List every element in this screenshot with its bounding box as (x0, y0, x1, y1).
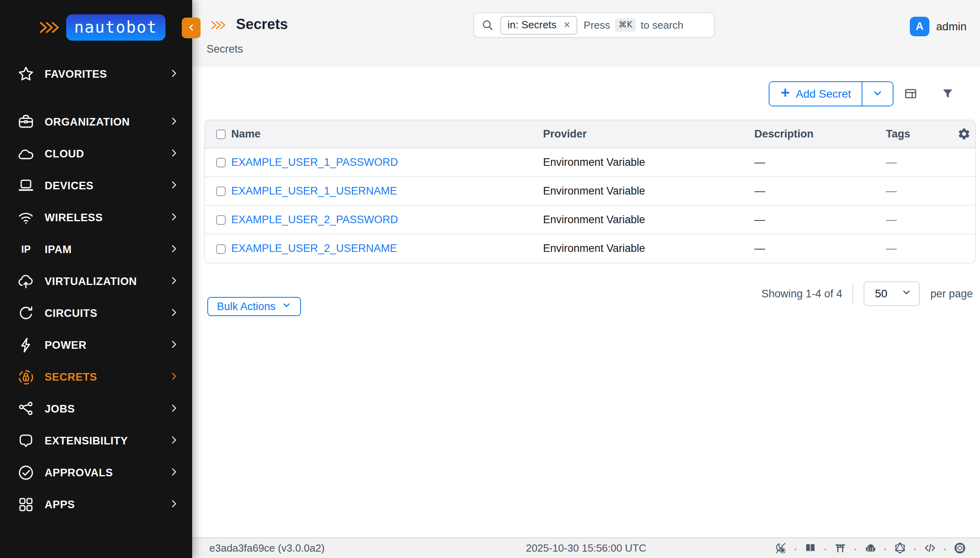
select-all-checkbox[interactable] (216, 130, 226, 139)
user-menu[interactable]: A admin (910, 17, 966, 36)
sidebar-item-label: SECRETS (45, 371, 168, 383)
grid-icon (16, 495, 36, 515)
add-secret-split-button: Add Secret (769, 81, 893, 106)
sidebar-item-virtualization[interactable]: VIRTUALIZATION (16, 265, 179, 297)
filter-button[interactable] (941, 87, 954, 100)
sidebar: nautobot FAVORITES ORGANIZATION (0, 0, 192, 558)
chevron-down-icon (872, 88, 883, 100)
description-value: — (750, 205, 881, 234)
divider (852, 283, 853, 305)
dot-separator: · (823, 542, 827, 554)
provider-value: Environment Variable (538, 148, 750, 177)
help-lifebuoy-icon[interactable] (953, 542, 966, 555)
tags-value: — (881, 148, 951, 177)
sidebar-item-label: DEVICES (45, 180, 168, 192)
sidebar-item-label: VIRTUALIZATION (45, 275, 168, 288)
torii-gate-icon[interactable] (834, 542, 847, 555)
add-secret-button[interactable]: Add Secret (769, 82, 862, 106)
briefcase-icon (16, 112, 36, 132)
sidebar-item-favorites[interactable]: FAVORITES (16, 58, 179, 90)
code-icon[interactable] (923, 542, 937, 555)
bulk-actions-label: Bulk Actions (217, 301, 276, 313)
chevron-right-icon (168, 211, 179, 224)
svg-text:{;}: {;} (867, 547, 874, 551)
title-chevrons-icon (211, 19, 228, 31)
sidebar-item-label: APPROVALS (45, 467, 168, 479)
sidebar-item-approvals[interactable]: APPROVALS (16, 457, 179, 489)
sidebar-item-label: FAVORITES (45, 68, 168, 81)
sidebar-item-devices[interactable]: DEVICES (16, 170, 179, 202)
sidebar-item-circuits[interactable]: CIRCUITS (16, 297, 179, 329)
wifi-icon (16, 208, 36, 228)
close-icon[interactable] (563, 21, 571, 29)
page-size-select[interactable]: 50 (864, 281, 920, 306)
sidebar-item-wireless[interactable]: WIRELESS (16, 202, 179, 234)
tags-value: — (881, 177, 951, 205)
per-page-label: per page (930, 288, 973, 300)
column-header-provider[interactable]: Provider (538, 120, 750, 148)
chevron-down-icon (281, 300, 291, 313)
cloud-api-icon[interactable]: {;} (864, 542, 877, 555)
table-row: EXAMPLE_USER_1_USERNAME Environment Vari… (205, 177, 976, 205)
check-circle-icon (16, 463, 36, 483)
row-checkbox[interactable] (216, 244, 226, 254)
chevron-right-icon (168, 434, 179, 447)
breadcrumb[interactable]: Secrets (207, 43, 243, 55)
gear-icon (957, 127, 971, 141)
svg-text:IP: IP (21, 244, 31, 255)
graphql-icon[interactable] (893, 542, 907, 555)
chevron-right-icon (168, 466, 179, 479)
table-layout-icon (903, 87, 919, 100)
table-settings-button[interactable] (957, 127, 971, 141)
sidebar-item-secrets[interactable]: SECRETS (16, 361, 179, 393)
nautobot-logo[interactable]: nautobot (0, 0, 192, 41)
chevron-right-icon (168, 371, 179, 383)
theme-toggle-icon[interactable] (774, 542, 787, 555)
search-hint: Press ⌘K to search (584, 18, 683, 32)
row-checkbox[interactable] (216, 187, 226, 196)
column-header-description[interactable]: Description (750, 120, 881, 148)
sidebar-item-cloud[interactable]: CLOUD (16, 138, 179, 170)
row-checkbox[interactable] (216, 215, 226, 225)
description-value: — (750, 177, 881, 205)
sidebar-item-extensibility[interactable]: EXTENSIBILITY (16, 425, 179, 457)
add-secret-dropdown-button[interactable] (862, 82, 893, 106)
sidebar-item-jobs[interactable]: JOBS (16, 393, 179, 425)
sidebar-item-ipam[interactable]: IP IPAM (16, 234, 179, 265)
sidebar-item-label: CIRCUITS (45, 307, 168, 320)
logo-wordmark: nautobot (66, 14, 165, 41)
bulk-actions-button[interactable]: Bulk Actions (207, 297, 301, 316)
sidebar-collapse-button[interactable] (182, 18, 201, 38)
global-search-input[interactable]: in: Secrets Press ⌘K to search (473, 12, 715, 38)
chevron-right-icon (168, 116, 179, 128)
secret-link[interactable]: EXAMPLE_USER_1_USERNAME (231, 185, 397, 197)
sidebar-item-apps[interactable]: APPS (16, 489, 179, 521)
sidebar-item-organization[interactable]: ORGANIZATION (16, 106, 179, 138)
chevron-right-icon (168, 498, 179, 511)
sidebar-nav: FAVORITES ORGANIZATION CLOUD (0, 58, 192, 521)
search-scope-chip[interactable]: in: Secrets (500, 16, 577, 35)
provider-value: Environment Variable (538, 234, 750, 263)
pagination: Showing 1-4 of 4 50 per page (762, 281, 973, 307)
column-header-name[interactable]: Name (226, 120, 538, 148)
avatar: A (910, 17, 929, 36)
page-title: Secrets (236, 16, 288, 33)
secret-link[interactable]: EXAMPLE_USER_1_PASSWORD (231, 156, 398, 168)
sidebar-item-label: APPS (45, 499, 168, 511)
dot-separator: · (883, 542, 887, 554)
secret-link[interactable]: EXAMPLE_USER_2_USERNAME (231, 242, 397, 254)
row-checkbox[interactable] (216, 158, 226, 167)
sidebar-item-power[interactable]: POWER (16, 329, 179, 361)
chevron-right-icon (168, 243, 179, 256)
docs-book-icon[interactable] (804, 542, 817, 555)
user-name: admin (936, 20, 966, 33)
table-layout-button[interactable] (903, 87, 919, 100)
laptop-icon (16, 176, 36, 196)
secret-link[interactable]: EXAMPLE_USER_2_PASSWORD (231, 214, 398, 226)
sidebar-item-label: ORGANIZATION (45, 116, 168, 128)
main-area: Secrets Secrets in: Secrets Press ⌘K to … (192, 0, 980, 558)
add-secret-label: Add Secret (796, 88, 851, 100)
column-header-tags[interactable]: Tags (881, 120, 951, 148)
chevron-right-icon (168, 68, 179, 81)
page-size-value: 50 (875, 287, 887, 300)
